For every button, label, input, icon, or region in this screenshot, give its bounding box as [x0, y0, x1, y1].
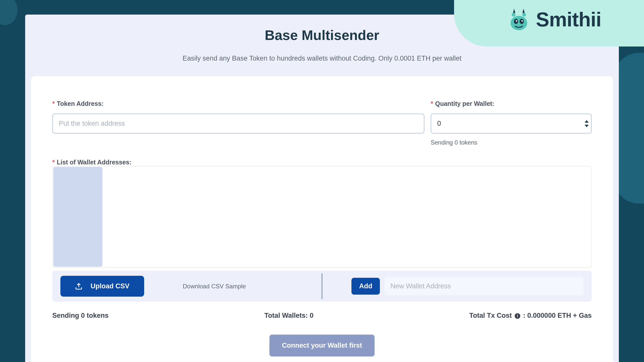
svg-point-2	[511, 16, 528, 30]
upload-csv-button[interactable]: Upload CSV	[60, 276, 144, 297]
tx-cost-summary: Total Tx Cost i : 0.000000 ETH + Gas	[469, 312, 592, 320]
download-csv-sample-link[interactable]: Download CSV Sample	[183, 283, 246, 290]
quantity-helper-text: Sending 0 tokens	[431, 139, 592, 146]
brand-name: Smithii	[536, 8, 601, 31]
svg-point-1	[522, 13, 526, 17]
quantity-decrement-icon[interactable]	[585, 125, 589, 127]
wallet-list-scrollbar[interactable]	[53, 167, 102, 267]
svg-point-5	[516, 20, 517, 22]
page-subtitle: Easily send any Base Token to hundreds w…	[25, 55, 619, 62]
form-card: *Token Address: *Quantity per Wallet: Se…	[31, 76, 613, 362]
info-icon[interactable]: i	[515, 313, 520, 319]
sending-tokens-summary: Sending 0 tokens	[52, 312, 109, 320]
quantity-increment-icon[interactable]	[585, 120, 589, 123]
svg-point-6	[521, 20, 523, 22]
connect-wallet-button[interactable]: Connect your Wallet first	[269, 335, 375, 356]
quantity-input[interactable]	[431, 114, 585, 133]
total-wallets-summary: Total Wallets: 0	[264, 312, 313, 320]
add-wallet-button[interactable]: Add	[351, 278, 380, 295]
brand-logo-icon	[507, 8, 531, 31]
wallet-list-label: *List of Wallet Addresses:	[52, 159, 132, 166]
svg-point-0	[512, 13, 515, 17]
wallet-list-box[interactable]	[52, 166, 592, 268]
upload-icon	[75, 283, 83, 290]
quantity-label: *Quantity per Wallet:	[431, 100, 592, 107]
main-container: Base Multisender Easily send any Base To…	[25, 15, 619, 362]
divider	[322, 273, 323, 299]
actions-bar: Upload CSV Download CSV Sample Add	[52, 271, 592, 302]
token-address-input[interactable]	[52, 114, 424, 133]
new-wallet-input[interactable]	[384, 277, 584, 295]
token-address-label: *Token Address:	[52, 100, 424, 107]
brand-badge: Smithii	[454, 0, 644, 47]
